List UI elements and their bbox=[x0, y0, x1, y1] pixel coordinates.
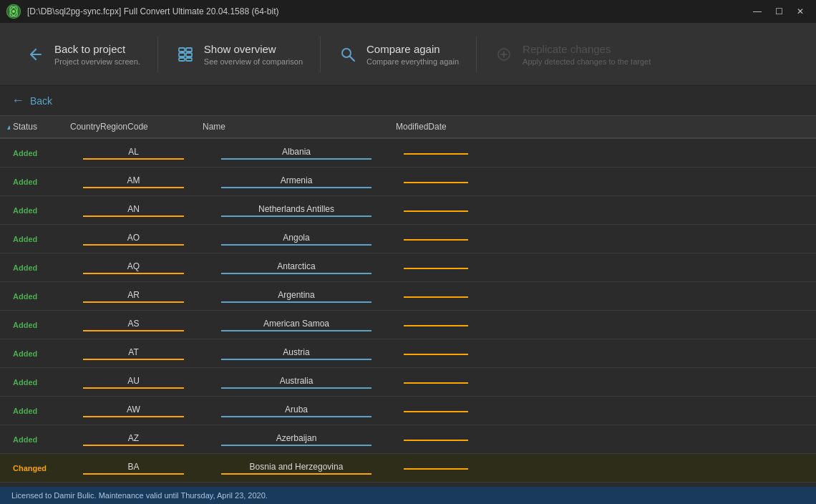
cell-code: AQ bbox=[67, 261, 200, 274]
cell-name: Albania bbox=[200, 147, 393, 160]
cell-name: Armenia bbox=[200, 175, 393, 188]
cell-name: Australia bbox=[200, 376, 393, 389]
cell-modified bbox=[393, 295, 479, 298]
table-row[interactable]: AddedANNetherlands Antilles bbox=[0, 196, 816, 225]
cell-status: Added bbox=[10, 178, 67, 186]
table-row[interactable]: AddedASAmerican Samoa bbox=[0, 311, 816, 339]
cell-modified bbox=[393, 467, 479, 470]
table-row[interactable]: AddedAWAruba bbox=[0, 397, 816, 425]
th-sort: ▲ bbox=[3, 123, 10, 131]
svg-rect-7 bbox=[186, 53, 192, 57]
table-row[interactable]: AddedAOAngola bbox=[0, 225, 816, 253]
title-bar: [D:\DB\sql2pg-sync.fcpx] Full Convert Ul… bbox=[0, 0, 816, 23]
cell-name: Antarctica bbox=[200, 261, 393, 274]
back-label: Back bbox=[30, 95, 52, 107]
cell-name: Austria bbox=[200, 347, 393, 360]
cell-status: Added bbox=[10, 435, 67, 444]
back-bar[interactable]: ← Back bbox=[0, 86, 816, 115]
cell-status: Added bbox=[10, 292, 67, 301]
svg-rect-9 bbox=[186, 58, 192, 61]
cell-code: AT bbox=[67, 347, 200, 360]
cell-name: Bosnia and Herzegovina bbox=[200, 462, 393, 475]
toolbar-divider-1 bbox=[157, 37, 158, 72]
app-logo bbox=[6, 4, 21, 19]
toolbar-replicate-changes: Replicate changes Apply detected changes… bbox=[480, 36, 665, 73]
cell-name: Argentina bbox=[200, 290, 393, 303]
cell-modified bbox=[393, 324, 479, 326]
search-icon bbox=[338, 46, 358, 63]
cell-modified bbox=[393, 381, 479, 384]
content-area: ← Back ▲ Status CountryRegionCode Name M… bbox=[0, 86, 816, 487]
cell-status: Added bbox=[10, 349, 67, 358]
title-bar-text: [D:\DB\sql2pg-sync.fcpx] Full Convert Ul… bbox=[27, 6, 278, 16]
arrow-left-icon bbox=[26, 46, 46, 63]
toolbar-back-to-project[interactable]: Back to project Project overview screen. bbox=[11, 36, 155, 73]
cell-status: Added bbox=[10, 378, 67, 387]
toolbar-compare-text: Compare again Compare everything again bbox=[366, 43, 459, 66]
cell-code: AS bbox=[67, 319, 200, 331]
toolbar-show-overview[interactable]: Show overview See overview of comparison bbox=[161, 36, 317, 73]
cell-name: American Samoa bbox=[200, 319, 393, 331]
cell-modified bbox=[393, 266, 479, 269]
cell-status: Changed bbox=[10, 464, 67, 472]
toolbar-divider-3 bbox=[476, 37, 477, 72]
cell-name: Aruba bbox=[200, 404, 393, 417]
svg-rect-4 bbox=[179, 48, 185, 52]
cell-status: Added bbox=[10, 407, 67, 415]
table-row[interactable]: AddedAMArmenia bbox=[0, 168, 816, 196]
table-row[interactable]: AddedAZAzerbaijan bbox=[0, 425, 816, 454]
cell-code: AR bbox=[67, 290, 200, 303]
cell-code: AM bbox=[67, 175, 200, 188]
status-text: Licensed to Damir Bulic. Maintenance val… bbox=[11, 491, 268, 500]
toolbar-divider-2 bbox=[320, 37, 321, 72]
maximize-button[interactable]: ☐ bbox=[769, 4, 789, 19]
grid-icon bbox=[175, 46, 195, 63]
window-controls: — ☐ ✕ bbox=[747, 4, 810, 19]
svg-rect-6 bbox=[179, 53, 185, 57]
th-name: Name bbox=[200, 122, 393, 132]
th-code: CountryRegionCode bbox=[67, 122, 200, 132]
table-row[interactable]: AddedARArgentina bbox=[0, 282, 816, 311]
toolbar-back-text: Back to project Project overview screen. bbox=[54, 43, 140, 66]
table-row[interactable]: AddedAQAntarctica bbox=[0, 253, 816, 282]
table-body[interactable]: AddedALAlbaniaAddedAMArmeniaAddedANNethe… bbox=[0, 139, 816, 487]
cell-modified bbox=[393, 238, 479, 241]
cell-name: Azerbaijan bbox=[200, 433, 393, 446]
cell-modified bbox=[393, 438, 479, 441]
table-row[interactable]: AddedAUAustralia bbox=[0, 368, 816, 397]
cell-modified bbox=[393, 410, 479, 412]
cell-status: Added bbox=[10, 321, 67, 329]
cell-modified bbox=[393, 152, 479, 155]
back-arrow-icon: ← bbox=[11, 93, 24, 108]
cell-code: AO bbox=[67, 233, 200, 246]
table-row[interactable]: AddedALAlbania bbox=[0, 139, 816, 168]
table-row[interactable]: AddedATAustria bbox=[0, 339, 816, 368]
data-table: ▲ Status CountryRegionCode Name Modified… bbox=[0, 115, 816, 487]
cell-code: AZ bbox=[67, 433, 200, 446]
copy-icon bbox=[494, 46, 514, 63]
svg-rect-5 bbox=[186, 48, 192, 52]
th-status: Status bbox=[10, 122, 67, 132]
cell-modified bbox=[393, 180, 479, 183]
toolbar-overview-text: Show overview See overview of comparison bbox=[204, 43, 303, 66]
cell-name: Netherlands Antilles bbox=[200, 204, 393, 217]
cell-status: Added bbox=[10, 263, 67, 272]
cell-code: AU bbox=[67, 376, 200, 389]
cell-code: AL bbox=[67, 147, 200, 160]
status-bar: Licensed to Damir Bulic. Maintenance val… bbox=[0, 487, 816, 504]
minimize-button[interactable]: — bbox=[747, 4, 767, 19]
toolbar-compare-again[interactable]: Compare again Compare everything again bbox=[324, 36, 473, 73]
cell-code: BA bbox=[67, 462, 200, 475]
toolbar-replicate-text: Replicate changes Apply detected changes… bbox=[523, 43, 651, 66]
svg-rect-8 bbox=[179, 58, 185, 61]
table-header: ▲ Status CountryRegionCode Name Modified… bbox=[0, 116, 816, 139]
cell-status: Added bbox=[10, 206, 67, 215]
cell-modified bbox=[393, 209, 479, 212]
cell-name: Angola bbox=[200, 233, 393, 246]
svg-point-10 bbox=[342, 49, 351, 57]
toolbar: Back to project Project overview screen.… bbox=[0, 23, 816, 86]
th-modified: ModifiedDate bbox=[393, 122, 479, 132]
table-row[interactable]: ChangedBABosnia and Herzegovina bbox=[0, 454, 816, 483]
close-button[interactable]: ✕ bbox=[790, 4, 810, 19]
cell-status: Added bbox=[10, 149, 67, 158]
